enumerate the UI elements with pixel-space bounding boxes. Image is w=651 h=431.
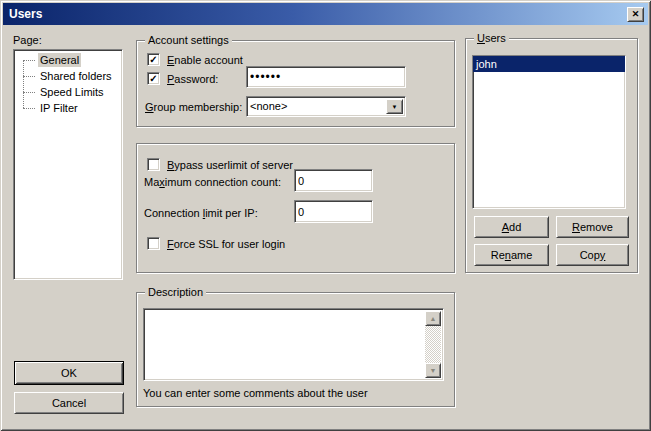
window-title: Users — [9, 7, 42, 21]
page-label: Page: — [13, 34, 42, 46]
titlebar: Users ✕ — [3, 3, 648, 25]
group-membership-label: Group membership: — [145, 101, 242, 113]
force-ssl-checkbox[interactable]: Force SSL for user login — [147, 237, 285, 250]
description-title: Description — [145, 286, 206, 299]
password-checkbox[interactable]: ✓ Password: — [147, 72, 218, 85]
remove-button[interactable]: Remove — [556, 216, 629, 238]
tree-item-ip-filter[interactable]: IP Filter — [14, 100, 122, 116]
group-membership-select[interactable]: <none> ▼ — [246, 96, 406, 117]
list-item-john[interactable]: john — [473, 56, 625, 72]
tree-item-general[interactable]: General — [14, 52, 122, 68]
description-textarea[interactable]: ▲ ▼ — [143, 308, 444, 381]
cancel-button[interactable]: Cancel — [14, 392, 124, 414]
chevron-down-icon[interactable]: ▼ — [386, 99, 403, 114]
account-settings-group: Account settings ✓ Enable account ✓ Pass… — [136, 40, 455, 127]
connection-limits-group: Bypass userlimit of server Maximum conne… — [136, 143, 455, 273]
add-button[interactable]: Add — [474, 216, 549, 238]
rename-button[interactable]: Rename — [474, 244, 549, 266]
account-settings-title: Account settings — [145, 34, 232, 47]
users-list[interactable]: john — [472, 55, 626, 209]
ok-button[interactable]: OK — [14, 361, 124, 385]
users-dialog: Users ✕ Page: General Shared folders Spe… — [0, 0, 651, 431]
checkbox-checked-icon[interactable]: ✓ — [147, 72, 160, 85]
page-tree[interactable]: General Shared folders Speed Limits IP F… — [13, 49, 123, 280]
copy-button[interactable]: Copy — [556, 244, 629, 266]
close-button[interactable]: ✕ — [627, 7, 644, 22]
description-group: Description ▲ ▼ You can enter some comme… — [136, 292, 455, 407]
enable-account-checkbox[interactable]: ✓ Enable account — [147, 53, 243, 66]
bypass-userlimit-checkbox[interactable]: Bypass userlimit of server — [147, 158, 293, 171]
connection-limit-per-ip-label: Connection limit per IP: — [144, 207, 258, 219]
max-connection-count-input[interactable] — [294, 169, 373, 192]
checkbox-unchecked-icon[interactable] — [147, 237, 160, 250]
description-hint: You can enter some comments about the us… — [143, 387, 368, 399]
tree-item-shared-folders[interactable]: Shared folders — [14, 68, 122, 84]
connection-limit-per-ip-input[interactable] — [294, 200, 373, 223]
description-scrollbar[interactable]: ▲ ▼ — [425, 311, 441, 378]
max-connection-count-label: Maximum connection count: — [144, 176, 281, 188]
users-group-title: Users — [474, 32, 509, 45]
password-input[interactable] — [246, 66, 406, 88]
scroll-down-icon[interactable]: ▼ — [425, 363, 441, 378]
scroll-up-icon[interactable]: ▲ — [425, 311, 441, 326]
tree-item-speed-limits[interactable]: Speed Limits — [14, 84, 122, 100]
close-icon: ✕ — [632, 10, 640, 19]
checkbox-unchecked-icon[interactable] — [147, 158, 160, 171]
selected-group: <none> — [247, 98, 405, 115]
checkbox-checked-icon[interactable]: ✓ — [147, 53, 160, 66]
users-group: Users john Add Remove Rename Copy — [465, 38, 638, 273]
